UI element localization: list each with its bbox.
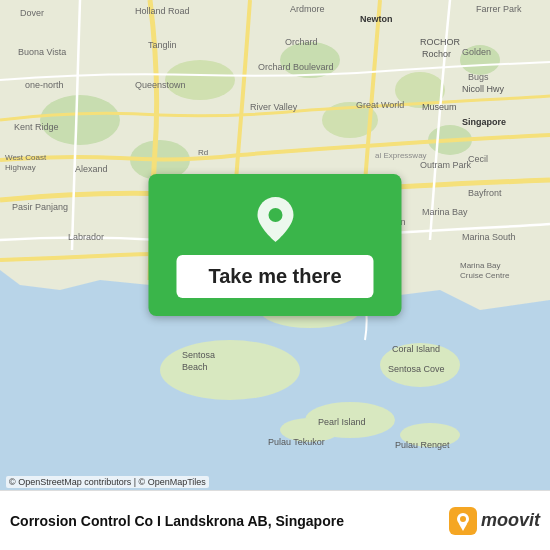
svg-text:Tanglin: Tanglin [148,40,177,50]
svg-text:Singapore: Singapore [462,117,506,127]
svg-text:Pasir Panjang: Pasir Panjang [12,202,68,212]
moovit-brand-text: moovit [481,510,540,531]
svg-text:Rochor: Rochor [422,49,451,59]
svg-text:West Coast: West Coast [5,153,47,162]
svg-text:Sentosa Cove: Sentosa Cove [388,364,445,374]
svg-text:Marina Bay: Marina Bay [422,207,468,217]
map-attribution: © OpenStreetMap contributors | © OpenMap… [6,476,209,488]
svg-point-4 [280,42,340,78]
svg-text:Outram Park: Outram Park [420,160,472,170]
svg-text:Newton: Newton [360,14,393,24]
place-name: Corrosion Control Co I Landskrona AB, Si… [10,513,344,529]
svg-text:Great World: Great World [356,100,404,110]
svg-text:Pulau Tekukor: Pulau Tekukor [268,437,325,447]
svg-text:Alexand: Alexand [75,164,108,174]
svg-text:Labrador: Labrador [68,232,104,242]
svg-text:ROCHOR: ROCHOR [420,37,460,47]
take-me-there-button[interactable]: Take me there [176,255,373,298]
cta-overlay: Take me there [148,174,401,316]
svg-text:Ardmore: Ardmore [290,4,325,14]
svg-text:Marina South: Marina South [462,232,516,242]
svg-text:Kent Ridge: Kent Ridge [14,122,59,132]
map-view: Dover Holland Road Ardmore Newton Farrer… [0,0,550,490]
svg-text:Queenstown: Queenstown [135,80,186,90]
moovit-icon-svg [449,507,477,535]
green-action-box[interactable]: Take me there [148,174,401,316]
svg-point-61 [268,208,282,222]
svg-text:Bayfront: Bayfront [468,188,502,198]
svg-text:Pearl Island: Pearl Island [318,417,366,427]
svg-text:Beach: Beach [182,362,208,372]
svg-point-10 [160,340,300,400]
svg-text:Holland Road: Holland Road [135,6,190,16]
svg-text:Marina Bay: Marina Bay [460,261,500,270]
svg-text:al Expressway: al Expressway [375,151,427,160]
svg-text:Coral Island: Coral Island [392,344,440,354]
svg-text:Museum: Museum [422,102,457,112]
svg-text:Buona Vista: Buona Vista [18,47,66,57]
svg-text:Farrer Park: Farrer Park [476,4,522,14]
bottom-row: Corrosion Control Co I Landskrona AB, Si… [10,507,540,535]
location-pin-icon [250,192,300,247]
svg-text:one-north: one-north [25,80,64,90]
svg-text:Pulau Renget: Pulau Renget [395,440,450,450]
svg-text:River Valley: River Valley [250,102,298,112]
svg-text:Highway: Highway [5,163,36,172]
svg-point-2 [40,95,120,145]
svg-text:Orchard: Orchard [285,37,318,47]
svg-text:Cruise Centre: Cruise Centre [460,271,510,280]
svg-text:Cecil: Cecil [468,154,488,164]
svg-text:Nicoll Hwy: Nicoll Hwy [462,84,505,94]
svg-text:Rd: Rd [198,148,208,157]
svg-text:Orchard Boulevard: Orchard Boulevard [258,62,334,72]
svg-point-64 [460,516,466,522]
svg-text:Sentosa: Sentosa [182,350,215,360]
moovit-logo: moovit [449,507,540,535]
bottom-info-bar: Corrosion Control Co I Landskrona AB, Si… [0,490,550,550]
svg-text:Golden: Golden [462,47,491,57]
svg-text:Bugs: Bugs [468,72,489,82]
svg-text:Dover: Dover [20,8,44,18]
